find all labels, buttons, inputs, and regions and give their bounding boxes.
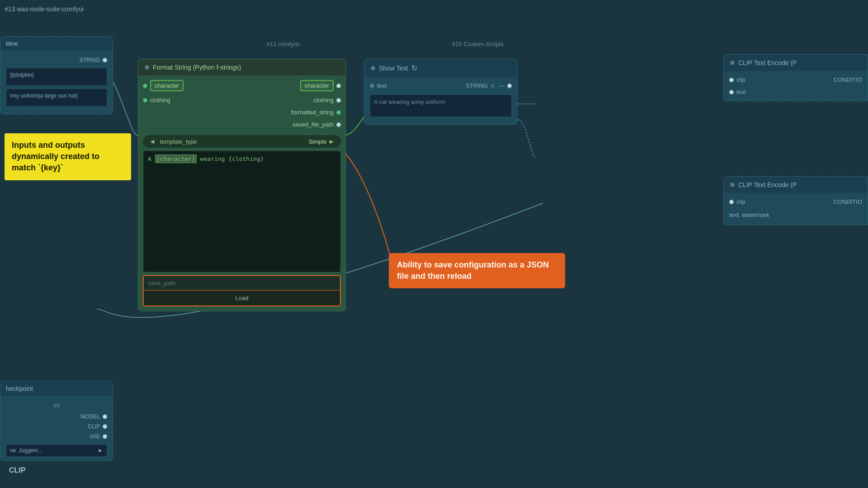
clip1-text-label: text [736, 89, 746, 95]
output-formatted-dot [336, 110, 341, 115]
clip-encode-2-title: CLIP Text Encode (P [738, 181, 797, 188]
save-path-section: Load [143, 275, 341, 306]
clip1-clip-label: clip [736, 76, 745, 83]
checkpoint-clip-label: CLIP [88, 423, 100, 430]
output-character-label: character [300, 80, 334, 91]
clip2-clip-row: clip CONDITIO [724, 196, 868, 208]
output-savepath-label: saved_file_path [292, 121, 334, 128]
show-text-output-dash: — [499, 82, 505, 89]
template-type-next-btn[interactable]: ► [326, 138, 336, 145]
clip-encode-1-title: CLIP Text Encode (P [738, 59, 797, 66]
app-title: #13 was-node-suite-comfyui [5, 5, 84, 13]
show-text-title: Show Text [379, 65, 408, 72]
show-text-output-section: STRING ⊞ — [466, 82, 512, 89]
checkpoint-clip-dot [103, 424, 107, 429]
checkpoint-model-row: MODEL [6, 412, 107, 422]
string-output-row: STRING [6, 55, 107, 65]
input-character-label: character [150, 80, 184, 91]
show-text-output-label: STRING [466, 82, 488, 89]
output-formatted-row: formatted_string [287, 107, 345, 117]
checkpoint-node: heckpoint #4 MODEL CLIP VAE ne Juggem...… [0, 381, 113, 461]
show-text-node: Show Text ↻ text STRING ⊞ — A cat wearin… [364, 59, 518, 125]
refresh-icon[interactable]: ↻ [411, 64, 417, 72]
clip1-text-dot [729, 90, 734, 94]
format-string-title: Format String (Python f-strings) [153, 64, 241, 71]
template-text-area[interactable]: A {character} wearing {clothing} [143, 150, 341, 272]
input-clothing-dot [143, 98, 147, 103]
tiline-node: tiline STRING {t|dolphin} rmy uniform|a … [0, 36, 113, 114]
input-character-row: character [138, 78, 188, 93]
format-string-status-dot [145, 65, 149, 70]
checkpoint-selector[interactable]: ne Juggem... ► [6, 444, 107, 457]
clip-encode-1-status-dot [730, 61, 735, 65]
checkpoint-vae-row: VAE [6, 432, 107, 441]
clip-encode-node-1: CLIP Text Encode (P clip CONDITIO text [723, 54, 868, 101]
checkpoint-selector-value: Juggem... [19, 447, 42, 454]
input-character-dot [143, 84, 147, 88]
checkpoint-model-dot [103, 414, 107, 419]
show-text-input-label: text [377, 82, 387, 89]
input-clothing-label: clothing [150, 97, 170, 103]
checkpoint-clip-row: CLIP [6, 422, 107, 432]
output-character-row: character [296, 78, 345, 93]
clip2-clip-dot [729, 200, 734, 204]
checkpoint-model-label: MODEL [80, 413, 100, 420]
clip2-output-label: CONDITIO [833, 198, 862, 205]
orange-callout: Ability to save configuration as a JSON … [389, 253, 565, 288]
clip-encode-2-status-dot [730, 183, 735, 187]
string-output-label: STRING [80, 57, 100, 63]
checkpoint-selector-arrow: ► [98, 447, 103, 454]
show-text-content: A cat wearing army uniform [370, 94, 512, 117]
format-string-node: Format String (Python f-strings) charact… [138, 59, 346, 311]
output-clothing-dot [336, 98, 341, 103]
checkpoint-vae-dot [103, 434, 107, 439]
clip2-clip-label: clip [736, 198, 745, 205]
yellow-callout: Inputs and outputs dynamically created t… [5, 133, 131, 180]
clip-encode-1-header: CLIP Text Encode (P [724, 55, 868, 71]
show-text-status-dot [371, 66, 375, 70]
tiline-node-header: tiline [0, 37, 113, 51]
node11-label: #11 comfydv [267, 41, 300, 47]
clip1-output-label: CONDITIO [833, 76, 862, 83]
show-text-header: Show Text ↻ [364, 59, 517, 77]
output-formatted-label: formatted_string [291, 109, 334, 116]
checkpoint-id: #4 [6, 399, 107, 412]
input-clothing-row: clothing [138, 95, 188, 105]
template-type-value: Simple [308, 138, 326, 145]
show-text-input-dot [370, 84, 374, 88]
bottom-clip-label: CLIP [9, 466, 25, 474]
clip-encode-node-2: CLIP Text Encode (P clip CONDITIO text, … [723, 176, 868, 225]
string-output-dot [103, 58, 107, 62]
output-savepath-row: saved_file_path [288, 119, 345, 130]
output-character-dot [336, 84, 341, 88]
clip-encode-2-header: CLIP Text Encode (P [724, 177, 868, 193]
format-string-header: Format String (Python f-strings) [138, 59, 345, 75]
tiline-text2: rmy uniform|a large sun hat} [6, 89, 107, 107]
save-path-input[interactable] [144, 276, 340, 291]
clip1-clip-dot [729, 78, 734, 82]
tiline-text1: {t|dolphin} [6, 68, 107, 86]
show-text-input-section: text [370, 82, 387, 89]
checkpoint-vae-label: VAE [90, 433, 100, 440]
show-text-io-row: text STRING ⊞ — [370, 80, 512, 91]
grid-icon: ⊞ [491, 83, 494, 88]
output-clothing-label: clothing [313, 97, 334, 103]
clip2-text-content: text, watermark [724, 208, 868, 222]
clip1-clip-row: clip CONDITIO [724, 74, 868, 86]
load-button[interactable]: Load [144, 291, 340, 305]
checkpoint-selector-label: ne [10, 447, 16, 454]
checkpoint-header: heckpoint [0, 381, 113, 396]
template-type-prev-btn[interactable]: ◄ [147, 138, 157, 145]
node15-label: #15 Custom-Scripts [452, 41, 504, 47]
template-type-label: template_type [157, 138, 309, 145]
show-text-output-dot [507, 84, 512, 88]
output-clothing-row: clothing [309, 95, 345, 105]
character-placeholder: {character} [155, 155, 197, 163]
output-savepath-dot [336, 122, 341, 127]
clip1-text-row: text [724, 86, 868, 98]
template-type-row: ◄ template_type Simple ► [143, 135, 341, 148]
clip2-text-value: text, watermark [729, 211, 769, 218]
